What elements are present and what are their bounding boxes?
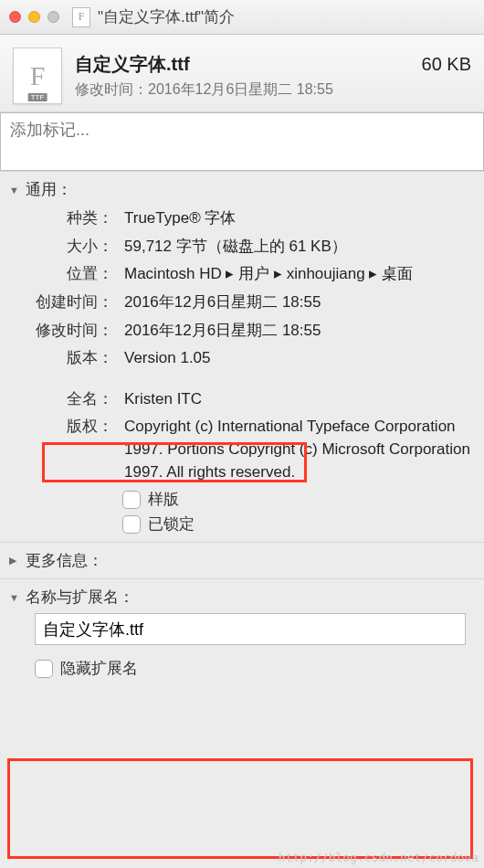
file-header: F TTF 自定义字体.ttf 60 KB 修改时间：2016年12月6日星期二… [0, 35, 484, 112]
disclosure-triangle-icon[interactable]: ▼ [9, 185, 22, 196]
watermark: http://blog.csdn.net/cordova [279, 851, 479, 864]
checkbox-icon[interactable] [35, 660, 53, 678]
locked-checkbox-row[interactable]: 已锁定 [122, 513, 475, 535]
section-moreinfo-header[interactable]: ▶ 更多信息： [9, 550, 475, 571]
stationery-label: 样版 [148, 489, 179, 510]
filename-input[interactable] [35, 613, 466, 645]
field-version: 版本： Version 1.05 [31, 347, 475, 370]
close-icon[interactable] [9, 11, 21, 23]
file-icon: F TTF [13, 48, 62, 104]
window-title: "自定义字体.ttf"简介 [98, 6, 235, 27]
traffic-lights [9, 11, 59, 23]
field-created: 创建时间： 2016年12月6日星期二 18:55 [31, 291, 475, 314]
section-moreinfo: ▶ 更多信息： [0, 542, 484, 578]
field-fullname: 全名： Kristen ITC [31, 388, 475, 411]
disclosure-triangle-icon[interactable]: ▼ [9, 592, 22, 603]
tags-input[interactable] [10, 121, 474, 140]
maximize-icon [47, 11, 59, 23]
disclosure-triangle-icon[interactable]: ▶ [9, 555, 22, 566]
section-nameext-header[interactable]: ▼ 名称与扩展名： [9, 587, 475, 608]
section-moreinfo-title: 更多信息： [26, 550, 103, 571]
section-nameext-title: 名称与扩展名： [26, 587, 134, 608]
field-modified: 修改时间： 2016年12月6日星期二 18:55 [31, 320, 475, 343]
tags-field[interactable] [0, 112, 484, 171]
hide-extension-row[interactable]: 隐藏扩展名 [35, 658, 475, 679]
field-size: 大小： 59,712 字节（磁盘上的 61 KB） [31, 236, 475, 259]
checkbox-icon[interactable] [122, 515, 141, 534]
checkbox-icon[interactable] [122, 491, 141, 509]
file-icon-badge: TTF [28, 93, 47, 101]
file-name: 自定义字体.ttf [75, 52, 190, 77]
locked-label: 已锁定 [148, 513, 195, 535]
modified-line: 修改时间：2016年12月6日星期二 18:55 [75, 80, 471, 100]
section-general-header[interactable]: ▼ 通用： [9, 179, 475, 200]
titlebar-file-icon [72, 7, 90, 27]
stationery-checkbox-row[interactable]: 样版 [122, 489, 475, 510]
minimize-icon[interactable] [28, 11, 40, 23]
field-location: 位置： Macintosh HD ▸ 用户 ▸ xinhoujiang ▸ 桌面 [31, 263, 475, 286]
section-nameext: ▼ 名称与扩展名： 隐藏扩展名 [0, 578, 484, 686]
file-size: 60 KB [422, 54, 471, 75]
field-copyright: 版权： Copyright (c) International Typeface… [31, 416, 475, 483]
titlebar: "自定义字体.ttf"简介 [0, 0, 484, 35]
section-general-title: 通用： [26, 179, 72, 200]
highlight-nameext [7, 758, 473, 859]
section-general: ▼ 通用： 种类： TrueType® 字体 大小： 59,712 字节（磁盘上… [0, 171, 484, 542]
field-kind: 种类： TrueType® 字体 [31, 207, 475, 230]
hide-extension-label: 隐藏扩展名 [60, 658, 138, 679]
